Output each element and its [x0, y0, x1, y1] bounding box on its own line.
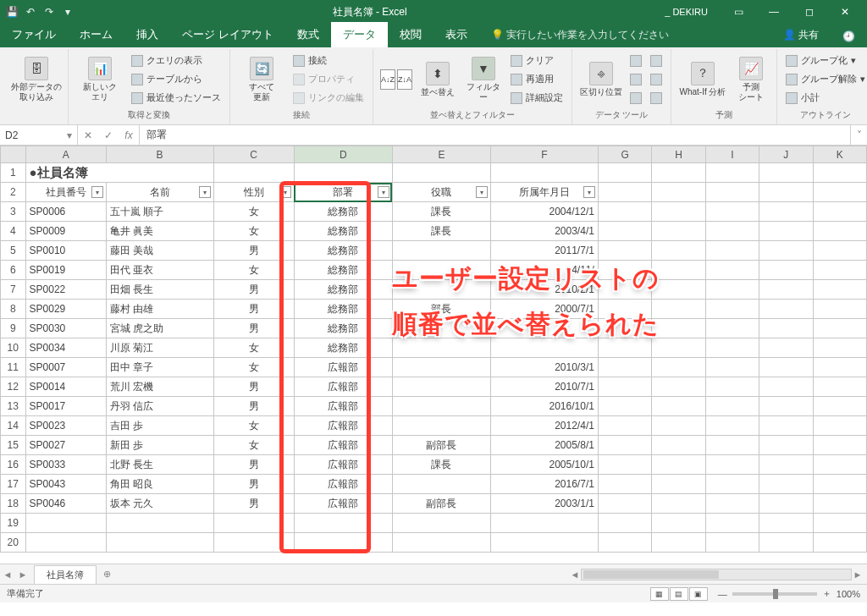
- cell[interactable]: 2005/8/1: [491, 436, 599, 455]
- cell[interactable]: 男: [213, 280, 294, 300]
- ribbon-options-icon[interactable]: ▭: [721, 0, 755, 24]
- connections-button[interactable]: 接続: [291, 52, 366, 69]
- cell[interactable]: 女: [213, 338, 294, 358]
- cell[interactable]: [598, 514, 651, 533]
- cell[interactable]: [759, 358, 813, 377]
- cell[interactable]: [392, 358, 490, 377]
- cell[interactable]: [813, 319, 866, 338]
- filter-dropdown-icon[interactable]: ▾: [199, 186, 211, 198]
- from-table-button[interactable]: テーブルから: [130, 71, 223, 88]
- cell[interactable]: [813, 436, 866, 455]
- ungroup-button[interactable]: グループ解除 ▾: [784, 71, 867, 88]
- zoom-out-button[interactable]: —: [718, 589, 727, 599]
- horizontal-scrollbar[interactable]: ◄ ►: [117, 569, 867, 580]
- row-header[interactable]: 9: [1, 319, 26, 338]
- cell[interactable]: [491, 533, 599, 553]
- cell[interactable]: [705, 183, 759, 202]
- column-header[interactable]: H: [652, 146, 705, 163]
- consolidate-button[interactable]: [649, 52, 664, 69]
- enter-formula-icon[interactable]: ✓: [98, 129, 119, 141]
- cell[interactable]: [705, 455, 759, 475]
- cell[interactable]: 藤村 由雄: [106, 300, 213, 319]
- table-header-cell[interactable]: 社員番号▾: [25, 183, 106, 202]
- flash-fill-button[interactable]: [628, 52, 643, 69]
- cell[interactable]: 男: [213, 494, 294, 514]
- worksheet-grid[interactable]: ABCDEFGHIJK1●社員名簿2社員番号▾名前▾性別▾部署▾役職▾所属年月日…: [0, 146, 867, 564]
- cell[interactable]: 新田 歩: [106, 436, 213, 455]
- cell[interactable]: 田畑 長生: [106, 280, 213, 300]
- cell[interactable]: [652, 533, 705, 553]
- cell[interactable]: [705, 280, 759, 300]
- cell[interactable]: [759, 377, 813, 397]
- cell[interactable]: 丹羽 信広: [106, 397, 213, 416]
- group-rows-button[interactable]: グループ化 ▾: [784, 52, 867, 69]
- cell[interactable]: [213, 533, 294, 553]
- zoom-in-button[interactable]: ＋: [822, 587, 831, 600]
- column-header[interactable]: C: [213, 146, 294, 163]
- cell[interactable]: [813, 280, 866, 300]
- row-header[interactable]: 12: [1, 377, 26, 397]
- cell[interactable]: [598, 416, 651, 436]
- cell[interactable]: 課長: [392, 202, 490, 222]
- cell[interactable]: [652, 338, 705, 358]
- row-header[interactable]: 13: [1, 397, 26, 416]
- cell[interactable]: 男: [213, 455, 294, 475]
- filter-dropdown-icon[interactable]: ▾: [476, 186, 488, 198]
- row-header[interactable]: 8: [1, 300, 26, 319]
- cell[interactable]: [705, 319, 759, 338]
- cell[interactable]: 吉田 歩: [106, 416, 213, 436]
- cell[interactable]: [598, 494, 651, 514]
- close-button[interactable]: ✕: [828, 0, 862, 24]
- cell[interactable]: [813, 494, 866, 514]
- cell[interactable]: [759, 241, 813, 261]
- cell[interactable]: 男: [213, 300, 294, 319]
- cell[interactable]: [705, 300, 759, 319]
- cell[interactable]: [652, 319, 705, 338]
- cell[interactable]: [813, 514, 866, 533]
- row-header[interactable]: 5: [1, 241, 26, 261]
- cell[interactable]: [813, 261, 866, 280]
- view-page-break-button[interactable]: ▣: [689, 587, 708, 601]
- cell[interactable]: [491, 514, 599, 533]
- cell[interactable]: 五十嵐 順子: [106, 202, 213, 222]
- cell[interactable]: [652, 202, 705, 222]
- fx-icon[interactable]: fx: [119, 129, 139, 141]
- cell[interactable]: [759, 436, 813, 455]
- cell[interactable]: 広報部: [294, 377, 392, 397]
- cell[interactable]: [759, 300, 813, 319]
- cell[interactable]: SP0033: [25, 455, 106, 475]
- cell[interactable]: [759, 416, 813, 436]
- tab-home[interactable]: ホーム: [68, 22, 124, 47]
- cell[interactable]: 角田 昭良: [106, 475, 213, 494]
- cell[interactable]: [813, 358, 866, 377]
- cell[interactable]: [106, 533, 213, 553]
- cell[interactable]: [652, 163, 705, 183]
- subtotal-button[interactable]: 小計: [784, 90, 867, 107]
- filter-dropdown-icon[interactable]: ▾: [91, 186, 103, 198]
- data-validation-button[interactable]: [628, 90, 643, 107]
- table-header-cell[interactable]: 性別▾: [213, 183, 294, 202]
- cell[interactable]: 総務部: [294, 319, 392, 338]
- cell[interactable]: [759, 319, 813, 338]
- cell[interactable]: [392, 377, 490, 397]
- column-header[interactable]: E: [392, 146, 490, 163]
- name-box[interactable]: D2▾: [0, 125, 78, 145]
- column-header[interactable]: B: [106, 146, 213, 163]
- show-queries-button[interactable]: クエリの表示: [130, 52, 223, 69]
- cell[interactable]: [705, 338, 759, 358]
- cell[interactable]: [759, 163, 813, 183]
- cell[interactable]: [392, 533, 490, 553]
- whatif-button[interactable]: ？What-If 分析: [678, 52, 727, 107]
- forecast-sheet-button[interactable]: 📈予測 シート: [732, 52, 770, 107]
- cell[interactable]: [598, 202, 651, 222]
- cell[interactable]: [705, 397, 759, 416]
- filter-dropdown-icon[interactable]: ▾: [378, 186, 389, 198]
- column-header[interactable]: J: [759, 146, 813, 163]
- cell[interactable]: SP0034: [25, 338, 106, 358]
- history-icon[interactable]: 🕘: [831, 25, 867, 47]
- cell[interactable]: [759, 202, 813, 222]
- get-external-data-button[interactable]: 🗄外部データの 取り込み: [12, 52, 61, 107]
- cell[interactable]: 荒川 宏機: [106, 377, 213, 397]
- cell[interactable]: 2012/4/1: [491, 416, 599, 436]
- cell[interactable]: [705, 494, 759, 514]
